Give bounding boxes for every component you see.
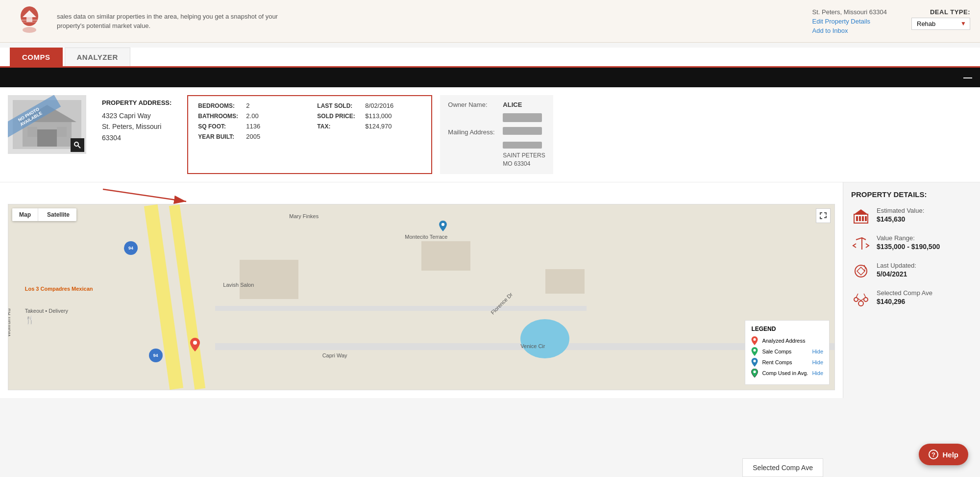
lastsold-value: 8/02/2016 xyxy=(365,102,393,109)
top-bar-description: sales data on similar properties in the … xyxy=(57,12,302,31)
svg-point-29 xyxy=(858,301,863,306)
property-address-block: PROPERTY ADDRESS: 4323 Capri Way St. Pet… xyxy=(94,95,179,174)
mailing-address-label: Mailing Address: xyxy=(448,128,497,136)
legend-title: LEGEND xyxy=(751,326,823,332)
last-updated-label: Last Updated: xyxy=(877,261,972,270)
soldprice-row: SOLD PRICE: $113,000 xyxy=(317,112,421,120)
last-updated-value: 5/04/2021 xyxy=(877,270,972,278)
legend-comp-used-hide-link[interactable]: Hide xyxy=(812,370,823,376)
svg-line-13 xyxy=(78,146,81,149)
map-label-florence: Florence Dr xyxy=(490,292,514,316)
property-photo: NO PHOTO AVAILABLE xyxy=(8,95,86,154)
svg-point-16 xyxy=(193,341,197,345)
map-label-lavish: Lavish Salon xyxy=(223,282,254,288)
svg-point-5 xyxy=(23,27,36,33)
estimated-value-value: $145,630 xyxy=(877,215,972,223)
mailing-city-block: SAINT PETERS MO 63304 xyxy=(448,142,545,168)
value-range-label: Value Range: xyxy=(877,234,972,243)
add-to-inbox-link[interactable]: Add to Inbox xyxy=(812,27,848,34)
address-links-block: St. Peters, Missouri 63304 Edit Property… xyxy=(812,8,887,34)
legend-analyzed-label: Analyzed Address xyxy=(762,338,805,344)
svg-rect-24 xyxy=(859,216,861,221)
value-range-item: Value Range: $135,000 - $190,500 xyxy=(851,234,972,253)
map-fullscreen-button[interactable] xyxy=(816,208,831,223)
map-label-capri: Capri Way xyxy=(322,352,347,358)
red-arrow-icon xyxy=(98,184,196,204)
deal-type-select[interactable]: Rehab Wholesale Buy & Hold xyxy=(911,18,970,30)
edit-property-link[interactable]: Edit Property Details xyxy=(812,18,871,25)
owner-name-redacted-row xyxy=(448,113,545,122)
svg-rect-25 xyxy=(862,216,864,221)
svg-rect-23 xyxy=(856,216,858,221)
legend-rent-comps-row: Rent Comps Hide xyxy=(751,358,823,367)
value-range-icon-wrap xyxy=(851,234,871,253)
map-tab-satellite[interactable]: Satellite xyxy=(40,208,76,221)
bathrooms-row: BATHROOMS: 2.00 xyxy=(198,112,302,120)
road-circle-94-1: 94 xyxy=(124,241,138,255)
owner-name-label: Owner Name: xyxy=(448,101,497,108)
map-block3 xyxy=(545,269,585,294)
legend-analyzed-row: Analyzed Address xyxy=(751,336,823,345)
map-label-montecito: Montecito Terrace xyxy=(405,234,447,240)
tax-value: $124,970 xyxy=(365,123,392,130)
refresh-house-icon xyxy=(852,262,870,280)
arrow-container xyxy=(0,182,843,204)
svg-point-20 xyxy=(754,359,756,362)
legend-sale-hide-link[interactable]: Hide xyxy=(812,349,823,354)
svg-point-30 xyxy=(854,298,858,301)
selected-comp-icon-wrap xyxy=(851,289,871,308)
bottom-section: Map Satellite 94 94 Los 3 Compadres xyxy=(0,182,980,398)
value-range-text: Value Range: $135,000 - $190,500 xyxy=(877,234,972,251)
svg-rect-11 xyxy=(57,127,67,137)
estimated-value-text: Estimated Value: $145,630 xyxy=(877,206,972,223)
map-tab-map[interactable]: Map xyxy=(12,208,38,221)
svg-rect-9 xyxy=(37,129,57,147)
estimated-value-item: Estimated Value: $145,630 xyxy=(851,206,972,226)
tab-comps[interactable]: COMPS xyxy=(10,48,63,66)
sqfoot-value: 1136 xyxy=(246,123,260,130)
map-legend: LEGEND Analyzed Address Sale Comps Hide … xyxy=(745,320,830,385)
sqfoot-row: SQ FOOT: 1136 xyxy=(198,123,302,130)
value-range-icon xyxy=(852,235,870,252)
map-block1 xyxy=(240,260,298,299)
legend-comp-used-label: Comp Used in Avg. xyxy=(762,370,808,376)
analyzed-address-pin[interactable] xyxy=(190,338,200,351)
deal-type-wrapper[interactable]: Rehab Wholesale Buy & Hold xyxy=(911,18,970,30)
map-pin-blue-1[interactable] xyxy=(438,219,448,233)
bedrooms-value: 2 xyxy=(246,102,249,109)
mailing-street-redacted xyxy=(503,142,542,149)
svg-line-15 xyxy=(103,189,186,201)
map-container[interactable]: Map Satellite 94 94 Los 3 Compadres xyxy=(8,204,835,390)
photo-search-button[interactable] xyxy=(71,138,84,152)
svg-point-31 xyxy=(864,298,868,301)
map-label-delivery: Takeout • Delivery xyxy=(25,308,68,314)
comp-ave-icon xyxy=(852,290,870,307)
bathrooms-label: BATHROOMS: xyxy=(198,113,242,120)
property-details-title: PROPERTY DETAILS: xyxy=(851,190,972,199)
owner-name-row: Owner Name: ALICE xyxy=(448,101,545,108)
legend-sale-comps-label: Sale Comps xyxy=(762,349,791,354)
tabs-container: COMPS ANALYZER xyxy=(0,48,980,68)
top-bar-left: sales data on similar properties in the … xyxy=(10,4,812,38)
property-bar: — xyxy=(0,68,980,87)
right-panel: PROPERTY DETAILS: Estimated Value: $145,… xyxy=(843,182,980,398)
map-label-venice: Venice Cir xyxy=(520,343,545,349)
lastsold-label: LAST SOLD: xyxy=(317,102,361,109)
map-tabs: Map Satellite xyxy=(12,208,76,221)
bathrooms-value: 2.00 xyxy=(246,112,258,120)
legend-rent-hide-link[interactable]: Hide xyxy=(812,359,823,365)
top-right-area: St. Peters, Missouri 63304 Edit Property… xyxy=(812,8,970,34)
svg-point-21 xyxy=(754,370,756,373)
logo-area xyxy=(10,4,49,38)
mailing-address-row: Mailing Address: xyxy=(448,127,545,137)
tax-label: TAX: xyxy=(317,123,361,130)
yearbuilt-value: 2005 xyxy=(246,133,260,140)
deal-type-area: DEAL TYPE: Rehab Wholesale Buy & Hold xyxy=(911,8,970,30)
map-section: Map Satellite 94 94 Los 3 Compadres xyxy=(0,182,843,398)
minimize-button[interactable]: — xyxy=(963,73,972,83)
svg-point-17 xyxy=(441,223,444,226)
lastsold-row: LAST SOLD: 8/02/2016 xyxy=(317,102,421,109)
map-water xyxy=(520,319,569,358)
tab-analyzer[interactable]: ANALYZER xyxy=(65,48,130,66)
mailing-address-redacted-bar xyxy=(503,127,542,135)
